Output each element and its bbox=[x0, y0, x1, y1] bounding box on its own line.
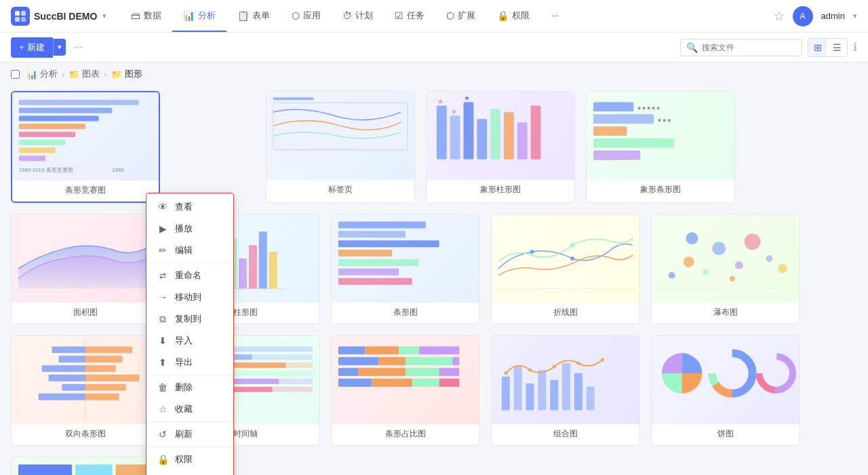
select-all-checkbox[interactable] bbox=[11, 70, 20, 79]
grid-view-button[interactable]: ⊞ bbox=[808, 39, 827, 56]
svg-rect-11 bbox=[19, 155, 45, 161]
new-button[interactable]: + 新建 bbox=[11, 37, 53, 58]
search-box: 🔍 bbox=[680, 39, 802, 56]
chart-card-bar-h[interactable]: ★ ★ ★ 象形柱形图 bbox=[426, 91, 575, 203]
chart-card-scatter[interactable]: 瀑布图 bbox=[651, 214, 800, 324]
chart-thumb-race-bar: 1980-2019 条形竞赛图 1960 bbox=[12, 92, 159, 180]
svg-point-65 bbox=[730, 276, 735, 282]
nav-item-plan[interactable]: ⏱ 计划 bbox=[332, 0, 384, 32]
chart-thumb-area bbox=[12, 214, 159, 303]
menu-item-rename[interactable]: ⇄ 重命名 bbox=[146, 265, 233, 286]
toolbar-more-button[interactable]: ··· bbox=[74, 41, 83, 54]
svg-point-59 bbox=[712, 242, 726, 255]
breadcrumb-sep-2: › bbox=[104, 69, 106, 79]
chart-label-area: 面积图 bbox=[12, 303, 159, 324]
menu-item-copy-label: 复制到 bbox=[175, 313, 201, 325]
logo-area[interactable]: SuccBI DEMO ▾ bbox=[11, 7, 106, 26]
nav-item-extend-label: 扩展 bbox=[458, 10, 475, 22]
menu-item-permissions[interactable]: 🔒 权限 bbox=[146, 449, 233, 470]
svg-rect-48 bbox=[338, 250, 392, 256]
menu-item-edit[interactable]: ✏ 编辑 bbox=[146, 240, 233, 261]
menu-item-move-label: 移动到 bbox=[175, 291, 201, 303]
list-view-button[interactable]: ☰ bbox=[827, 39, 847, 56]
menu-item-play[interactable]: ▶ 播放 bbox=[146, 218, 233, 240]
breadcrumb-charts[interactable]: 📁 图表 bbox=[68, 68, 100, 80]
svg-rect-98 bbox=[406, 357, 452, 365]
svg-rect-104 bbox=[338, 379, 372, 387]
chart-card-bidir[interactable]: 双向条形图 bbox=[11, 335, 160, 446]
menu-item-import[interactable]: ⬇ 导入 bbox=[146, 330, 233, 352]
chart-card-area[interactable]: 面积图 bbox=[11, 214, 160, 324]
chart-card-stacked-bar[interactable]: 条形占比图 bbox=[331, 335, 480, 446]
menu-item-copy[interactable]: ⧉ 复制到 bbox=[146, 308, 233, 330]
nav-item-more[interactable]: ··· bbox=[540, 0, 570, 32]
admin-dropdown-icon[interactable]: ▾ bbox=[853, 12, 857, 20]
chart-card-bar2[interactable]: 条形图 bbox=[331, 214, 480, 324]
nav-item-app[interactable]: ⬡ 应用 bbox=[281, 0, 332, 32]
chart-card-bar-v[interactable]: ★★★★★ ★★★ 象形条形图 bbox=[586, 91, 735, 203]
svg-rect-7 bbox=[19, 124, 85, 129]
svg-point-117 bbox=[528, 368, 532, 372]
menu-divider-4 bbox=[146, 446, 233, 447]
analysis-nav-icon: 📊 bbox=[183, 10, 195, 21]
admin-label: admin bbox=[821, 11, 845, 21]
menu-divider-3 bbox=[146, 421, 233, 422]
search-input[interactable] bbox=[702, 43, 804, 52]
svg-point-118 bbox=[553, 365, 556, 368]
svg-point-119 bbox=[576, 362, 580, 365]
chart-card-label-page[interactable]: 标签页 bbox=[266, 91, 415, 203]
svg-rect-94 bbox=[399, 346, 419, 354]
nav-item-data[interactable]: 🗃 数据 bbox=[120, 0, 172, 32]
menu-item-refresh[interactable]: ↺ 刷新 bbox=[146, 423, 233, 445]
breadcrumb-analysis[interactable]: 📊 分析 bbox=[26, 68, 58, 80]
chart-card-line[interactable]: 折线图 bbox=[491, 214, 640, 324]
new-button-dropdown[interactable]: ▾ bbox=[53, 39, 66, 56]
svg-rect-115 bbox=[587, 387, 595, 411]
breadcrumb-analysis-label: 分析 bbox=[40, 68, 58, 80]
svg-rect-3 bbox=[21, 17, 26, 22]
svg-rect-18 bbox=[464, 102, 474, 159]
svg-text:★: ★ bbox=[451, 108, 457, 115]
svg-rect-92 bbox=[338, 346, 366, 354]
menu-item-delete[interactable]: 🗑 删除 bbox=[146, 377, 233, 398]
chart-thumb-pie bbox=[652, 336, 800, 424]
menu-item-properties[interactable]: ℹ 属性 bbox=[146, 470, 233, 475]
plus-icon: + bbox=[19, 42, 24, 52]
nav-item-rights-label: 权限 bbox=[512, 10, 530, 22]
svg-rect-10 bbox=[19, 148, 56, 153]
chart-label-bar-h: 象形柱形图 bbox=[427, 180, 574, 201]
menu-item-export[interactable]: ⬆ 导出 bbox=[146, 352, 233, 373]
svg-rect-70 bbox=[58, 356, 85, 362]
context-menu: 👁 查看 ▶ 播放 ✏ 编辑 ⇄ 重命名 → 移动到 ⧉ 复制到 ⬇ 导入 ⬆ bbox=[146, 193, 234, 475]
nav-item-table[interactable]: 📋 表单 bbox=[226, 0, 281, 32]
svg-rect-109 bbox=[514, 366, 522, 410]
nav-item-analysis[interactable]: 📊 分析 bbox=[172, 0, 226, 32]
svg-point-61 bbox=[745, 233, 761, 250]
menu-item-view[interactable]: 👁 查看 bbox=[146, 196, 233, 218]
chart-thumb-bar-h: ★ ★ ★ bbox=[427, 92, 574, 180]
chart-card-race-bar[interactable]: ✓ ··· 1980-2019 条形竞赛图 1960 条形竞赛图 bbox=[11, 91, 160, 203]
svg-rect-71 bbox=[85, 356, 123, 362]
shapes-folder-icon: 📁 bbox=[111, 69, 122, 79]
favorite-icon[interactable]: ☆ bbox=[774, 9, 785, 24]
svg-rect-0 bbox=[15, 11, 20, 16]
nav-item-task[interactable]: ☑ 任务 bbox=[384, 0, 435, 32]
chart-card-combo[interactable]: 组合图 bbox=[491, 335, 640, 446]
svg-rect-96 bbox=[338, 357, 378, 365]
svg-rect-77 bbox=[85, 384, 125, 391]
svg-point-116 bbox=[504, 372, 507, 375]
svg-point-57 bbox=[684, 256, 694, 267]
toolbar-right: 🔍 ⊞ ☰ ℹ bbox=[680, 38, 857, 57]
menu-item-favorite[interactable]: ☆ 收藏 bbox=[146, 398, 233, 420]
avatar[interactable]: A bbox=[793, 6, 813, 26]
menu-item-move[interactable]: → 移动到 bbox=[146, 286, 233, 308]
nav-item-analysis-label: 分析 bbox=[198, 10, 216, 22]
chart-card-matrix[interactable]: 矩阵图 bbox=[11, 457, 160, 475]
chart-card-pie[interactable]: 饼图 bbox=[651, 335, 800, 446]
svg-text:1960: 1960 bbox=[112, 167, 124, 173]
nav-item-rights[interactable]: 🔒 权限 bbox=[486, 0, 540, 32]
info-icon[interactable]: ℹ bbox=[853, 41, 857, 54]
breadcrumb: 📊 分析 › 📁 图表 › 📁 图形 bbox=[0, 62, 868, 86]
svg-rect-89 bbox=[232, 379, 279, 384]
nav-item-extend[interactable]: ⬡ 扩展 bbox=[435, 0, 486, 32]
